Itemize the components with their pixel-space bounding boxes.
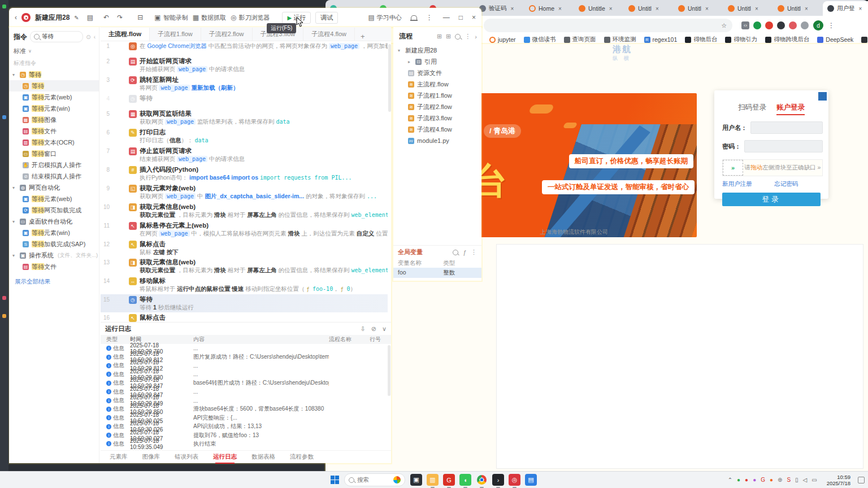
search-vars-icon[interactable] (453, 250, 458, 255)
bookmark-DeepSeek[interactable]: DeepSeek (817, 36, 853, 43)
profile-avatar[interactable]: d (813, 20, 823, 30)
start-button[interactable] (331, 476, 339, 484)
tab-account-login[interactable]: 账户登录 (776, 103, 805, 115)
tab-close-icon[interactable]: × (656, 6, 659, 12)
browser-tab-Untitl[interactable]: Untitl× (624, 1, 674, 16)
browser-tab-Untitl[interactable]: Untitl× (773, 1, 823, 16)
bookmark-得物跨境后台[interactable]: 得物跨境后台 (765, 36, 809, 43)
browser-tab-Untitl[interactable]: Untitl× (723, 1, 773, 16)
flow-step-2[interactable]: 2▤开始监听网页请求开始捕获网页 web_page 中的请求信息 (101, 56, 388, 75)
flow-more-icon[interactable]: ⋮ (465, 33, 471, 40)
bottom-tab-元素库[interactable]: 元素库 (110, 453, 128, 461)
wechat-icon[interactable]: ◖ (459, 474, 471, 486)
undo-icon[interactable]: ↶ (103, 14, 109, 21)
bookmark-得物引力[interactable]: 得物引力 (725, 36, 757, 43)
clear-log-icon[interactable]: ⊘ (371, 325, 376, 333)
task-view-icon[interactable]: ▣ (410, 474, 422, 486)
tab-close-icon[interactable]: × (609, 6, 613, 12)
redo-icon[interactable]: ↷ (117, 14, 123, 21)
terminal-icon[interactable]: › (492, 474, 504, 486)
sidebar-group[interactable]: ▾▭桌面软件自动化 (9, 216, 99, 227)
search-flow-icon[interactable] (455, 34, 461, 40)
taskbar-search[interactable]: 搜索 (344, 473, 405, 486)
register-link[interactable]: 新用户注册 (722, 180, 752, 188)
flow-step-7[interactable]: 7▤停止监听网页请求结束捕获网页 web_page 中的请求信息 (101, 146, 388, 164)
tab-scan-login[interactable]: 扫码登录 (738, 103, 766, 115)
red-ball-extension-icon[interactable] (765, 21, 773, 29)
sidebar-item-开启模拟真人操作[interactable]: ✋开启模拟真人操作 (9, 159, 99, 171)
bottom-tab-错误列表[interactable]: 错误列表 (175, 453, 198, 461)
tray-pin-icon[interactable]: ● (745, 477, 748, 483)
bottom-tab-流程参数[interactable]: 流程参数 (290, 453, 314, 461)
sidebar-item-结束模拟真人操作[interactable]: ⊘结束模拟真人操作 (9, 171, 99, 182)
sidebar-item-等待元素(win)[interactable]: ▣等待元素(win) (9, 227, 99, 238)
bookmark-jupyter[interactable]: jupyter (489, 36, 516, 43)
flow-tree-item-子流程1.flow[interactable]: ≋子流程1.flow (393, 90, 481, 101)
editor-scrollbar[interactable] (388, 44, 391, 112)
chrome-icon[interactable] (476, 474, 488, 486)
flow-tree-item-引用[interactable]: ▸⊡引用 (393, 56, 481, 67)
filter-icon[interactable]: ⊙ (86, 34, 90, 40)
bookmark-regex101[interactable]: Rregex101 (644, 36, 678, 43)
photos-icon[interactable]: ▤ (525, 474, 537, 486)
flow-step-5[interactable]: 5▦获取网页监听结果获取网页 web_page 监听结果列表，将结果保存到 da… (101, 108, 388, 127)
minimize-icon[interactable]: — (443, 14, 450, 21)
layout-icon[interactable]: ⊟ (137, 14, 143, 21)
sidebar-item-等待[interactable]: ◷等待 (9, 80, 99, 91)
taskbar-clock[interactable]: 10:59 2025/7/18 (827, 474, 853, 486)
smart-record-button[interactable]: ▣智能录制 (154, 14, 188, 22)
sidebar-item-等待元素(web)[interactable]: ▣等待元素(web) (9, 193, 99, 204)
tab-close-icon[interactable]: × (805, 6, 808, 12)
collapse-panel-icon[interactable]: › (475, 33, 477, 40)
sidebar-group[interactable]: ▾◍网页自动化 (9, 182, 99, 193)
show-all-results-link[interactable]: 展示全部结果 (9, 272, 99, 286)
bottom-tab-数据表格[interactable]: 数据表格 (251, 453, 275, 461)
app-g-icon[interactable]: G (443, 474, 455, 486)
box-extension-icon[interactable] (801, 21, 809, 29)
username-field[interactable] (750, 121, 823, 134)
save-icon[interactable]: ▤ (87, 14, 93, 21)
flow-tree-item-子流程3.flow[interactable]: ≋子流程3.flow (393, 112, 481, 124)
back-icon[interactable]: ‹ (15, 14, 17, 21)
flow-step-9[interactable]: 9◱获取元素对象(web)获取网页 web_page 中 图片_dx_captc… (101, 183, 388, 202)
sidebar-group[interactable]: ▾▣操作系统(文件、文件夹...) (9, 250, 99, 261)
more-icon[interactable]: ⋮ (426, 14, 433, 21)
bookmark-ChatGPT[interactable]: ChatGPT (861, 36, 868, 43)
tray-purple-icon[interactable]: ● (753, 477, 756, 483)
password-field[interactable] (744, 140, 823, 152)
sidebar-group[interactable]: ▾◷等待 (9, 69, 99, 80)
sidebar-item-等待文件[interactable]: ▤等待文件 (9, 125, 99, 137)
address-bar[interactable]: ☆ (484, 19, 732, 32)
flow-tree-item-子流程2.flow[interactable]: ≋子流程2.flow (393, 101, 481, 112)
tray-gray-icon[interactable]: ⊕ (778, 477, 782, 483)
browser-tab-验证码[interactable]: 验证码× (475, 1, 524, 16)
flow-step-11[interactable]: 11↖鼠标悬停在元素上(web)在网页 web_page 中，模拟人工将鼠标移动… (101, 220, 388, 239)
tray-s-icon[interactable]: S (787, 477, 791, 483)
flow-step-13[interactable]: 13◨获取元素信息(web)获取元素位置 ，目标元素为 滑块 相对于 屏幕左上角… (101, 257, 388, 276)
log-scrollbar[interactable] (388, 345, 390, 396)
flow-step-12[interactable]: 12↖鼠标点击鼠标 左键 按下 (101, 239, 388, 257)
captcha-slider-handle[interactable]: » (723, 160, 743, 176)
tab-子流程2.flow[interactable]: 子流程2.flow (201, 28, 253, 41)
flow-step-3[interactable]: 3⟳跳转至新网址将网页 web_page 重新加载（刷新） (101, 75, 388, 93)
devtools-extension-icon[interactable]: ‹› (741, 21, 749, 29)
tab-子流程4.flow[interactable]: 子流程4.flow (303, 28, 355, 41)
bookmark-微信读书[interactable]: 微信读书 (524, 36, 556, 43)
close-icon[interactable]: × (472, 14, 476, 21)
flow-tree-item-资源文件[interactable]: ▤资源文件 (393, 67, 481, 79)
debug-button[interactable]: 调试 (315, 12, 338, 24)
maximize-icon[interactable]: □ (459, 14, 463, 21)
sidebar-item-等待图像[interactable]: ▦等待图像 (9, 114, 99, 125)
tab-close-icon[interactable]: × (705, 6, 709, 12)
pig-extension-icon[interactable] (789, 21, 797, 29)
new-file-icon[interactable]: ⊞ (446, 33, 451, 40)
command-category-select[interactable]: 标准 (14, 47, 26, 55)
tab-子流程1.flow[interactable]: 子流程1.flow (150, 28, 201, 41)
sidebar-item-等待文件[interactable]: ▤等待文件 (9, 261, 99, 272)
notification-center-icon[interactable] (858, 477, 865, 483)
tab-close-icon[interactable]: × (859, 6, 862, 12)
flow-step-16[interactable]: 16↖鼠标点击鼠标 左键 弹起 (101, 312, 388, 322)
fx-icon[interactable]: ƒ (463, 249, 466, 256)
flow-step-15[interactable]: 15◷等待等待 1 秒后继续运行 (101, 294, 388, 312)
flow-step-8[interactable]: 8#插入代码段(Python)执行Python语句： import base64… (101, 164, 388, 183)
